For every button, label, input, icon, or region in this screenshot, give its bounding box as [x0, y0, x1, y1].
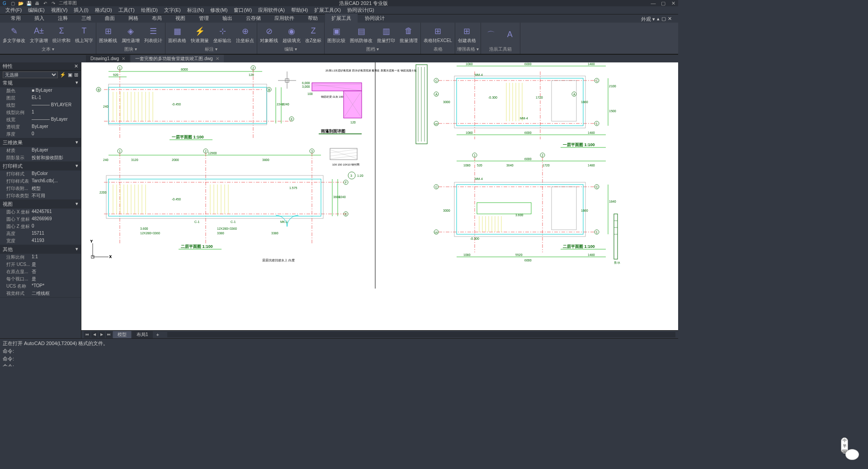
document-tab-close-icon[interactable]: ✕: [122, 56, 125, 61]
menu-item[interactable]: 帮助(H): [288, 6, 311, 14]
property-row[interactable]: 注释比例1:1: [0, 254, 81, 261]
ribbon-tab[interactable]: 布局: [146, 14, 168, 23]
menu-item[interactable]: 编辑(E): [25, 6, 47, 14]
properties-section-header[interactable]: 打印样式▾: [0, 162, 81, 171]
toggle-pickadd-icon[interactable]: ⊞: [74, 72, 78, 78]
appearance-dropdown[interactable]: 外观 ▾: [641, 16, 655, 23]
ribbon-button[interactable]: ▤图纸防修改: [349, 25, 373, 45]
ribbon-button[interactable]: ⊞图块断线: [98, 25, 118, 45]
property-value[interactable]: ———— ByLayer: [32, 117, 81, 123]
properties-section-header[interactable]: 常规▾: [0, 79, 81, 87]
menu-item[interactable]: 窗口(W): [231, 6, 255, 14]
property-value[interactable]: 是: [32, 276, 81, 282]
ribbon-tab[interactable]: 插入: [28, 14, 51, 23]
minimize-icon[interactable]: ―: [650, 0, 656, 6]
save-icon[interactable]: 💾: [26, 0, 32, 6]
property-value[interactable]: 是: [32, 261, 81, 268]
property-value[interactable]: ByLayer: [32, 124, 81, 130]
menu-item[interactable]: 修改(M): [208, 6, 231, 14]
property-row[interactable]: 圆心 Y 坐标48266969: [0, 216, 81, 223]
ribbon-button[interactable]: ⊞表格转EXCEL: [423, 25, 453, 45]
ribbon-button[interactable]: Z改Z坐标: [304, 25, 322, 45]
property-row[interactable]: 视觉样式二维线框: [0, 290, 81, 297]
property-value[interactable]: 15711: [32, 231, 81, 237]
menu-item[interactable]: 标注(N): [184, 6, 207, 14]
property-row[interactable]: 打开 UCS...是: [0, 261, 81, 268]
layout-last-icon[interactable]: ⏭: [106, 332, 112, 338]
property-value[interactable]: 二维线框: [32, 290, 81, 297]
ribbon-tab[interactable]: 三维: [75, 14, 98, 23]
layout-tab[interactable]: 模型: [113, 331, 131, 338]
ribbon-button[interactable]: ◉超级填充: [282, 25, 302, 45]
property-row[interactable]: UCS 名称*TOP*: [0, 283, 81, 290]
property-row[interactable]: 圆心 Z 坐标0: [0, 223, 81, 230]
ribbon-tab[interactable]: 输出: [216, 14, 239, 23]
property-value[interactable]: 1: [32, 109, 81, 116]
property-value[interactable]: 0: [32, 131, 81, 137]
property-row[interactable]: 宽度41193: [0, 237, 81, 245]
properties-section-header[interactable]: 视图▾: [0, 200, 81, 208]
ribbon-button[interactable]: ◈属性递增: [121, 25, 141, 45]
property-row[interactable]: 打印样式ByColor: [0, 171, 81, 178]
property-row[interactable]: 材质ByLayer: [0, 147, 81, 154]
property-value[interactable]: ByLayer: [32, 147, 81, 154]
ribbon-button[interactable]: T线上写字: [74, 25, 94, 45]
ribbon-button[interactable]: ⊘对象断线: [259, 25, 279, 45]
property-value[interactable]: 否: [32, 269, 81, 275]
property-value[interactable]: 投射和接收阴影: [32, 155, 81, 161]
ribbon-close-icon[interactable]: ✕: [668, 16, 672, 23]
property-row[interactable]: 阴影显示投射和接收阴影: [0, 154, 81, 161]
menu-item[interactable]: 文件(F): [3, 6, 24, 14]
property-value[interactable]: 48266969: [32, 216, 81, 223]
ribbon-tab[interactable]: 视图: [169, 14, 192, 23]
property-value[interactable]: ■ ByLayer: [32, 88, 81, 94]
ribbon-tab[interactable]: 常用: [5, 14, 27, 23]
menu-item[interactable]: 绘图(D): [138, 6, 160, 14]
new-icon[interactable]: ▢: [10, 0, 15, 6]
ribbon-button[interactable]: Σ统计求和: [52, 25, 71, 45]
menu-item[interactable]: 扩展工具(X): [311, 6, 344, 14]
ribbon-tab[interactable]: 注释: [52, 14, 74, 23]
document-tab-close-icon[interactable]: ✕: [216, 56, 219, 61]
property-row[interactable]: 线型———— BYLAYER: [0, 102, 81, 109]
ribbon-tab[interactable]: 网格: [122, 14, 145, 23]
properties-close-icon[interactable]: ✕: [74, 63, 78, 69]
property-value[interactable]: 0: [32, 223, 81, 230]
maximize-icon[interactable]: ▢: [660, 0, 666, 6]
property-value[interactable]: ———— BYLAYER: [32, 102, 81, 109]
ribbon-tab[interactable]: 应用软件: [268, 14, 301, 23]
menu-item[interactable]: 插入(I): [71, 6, 91, 14]
property-row[interactable]: 打印表附...模型: [0, 185, 81, 192]
qat-dropdown[interactable]: 二维草图: [59, 0, 77, 6]
property-value[interactable]: ByColor: [32, 171, 81, 177]
menu-item[interactable]: 应用软件(A): [255, 6, 288, 14]
ribbon-tab[interactable]: 帮助: [302, 14, 324, 23]
property-value[interactable]: 模型: [32, 185, 81, 192]
ribbon-button[interactable]: ▣图形比较: [326, 25, 346, 45]
ribbon-button[interactable]: A±文字递增: [29, 25, 49, 45]
ribbon-button[interactable]: ⊹坐标输出: [212, 25, 232, 45]
open-icon[interactable]: 📂: [18, 0, 24, 6]
layout-tab[interactable]: 布局1: [132, 331, 153, 338]
menu-item[interactable]: 协同设计(G): [344, 6, 377, 14]
menu-item[interactable]: 视图(V): [48, 6, 71, 14]
property-value[interactable]: Tarch6.ctb(...: [32, 178, 81, 185]
ribbon-tab[interactable]: 云存储: [240, 14, 267, 23]
property-row[interactable]: 打印表类型不可用: [0, 192, 81, 199]
document-tab[interactable]: 一套完整的多功能食堂建筑竣工图.dwg✕: [131, 55, 223, 63]
property-value[interactable]: *TOP*: [32, 283, 81, 289]
property-value[interactable]: EL-1: [32, 95, 81, 101]
property-row[interactable]: 线宽———— ByLayer: [0, 116, 81, 123]
ribbon-button[interactable]: ⊕注坐标点: [235, 25, 255, 45]
property-row[interactable]: 每个视口...是: [0, 275, 81, 283]
menu-item[interactable]: 文字(E): [161, 6, 184, 14]
layout-add-icon[interactable]: +: [154, 332, 162, 337]
ribbon-button[interactable]: 🗑批量清理: [399, 25, 419, 45]
ribbon-minimize-icon[interactable]: ▴: [657, 16, 660, 23]
layout-first-icon[interactable]: ⏮: [84, 332, 90, 338]
property-row[interactable]: 在原点显...否: [0, 268, 81, 275]
properties-section-header[interactable]: 其他▾: [0, 245, 81, 254]
quick-select-icon[interactable]: ⚡: [60, 72, 66, 78]
property-value[interactable]: 41193: [32, 238, 81, 244]
ribbon-tab[interactable]: 扩展工具: [325, 14, 358, 23]
